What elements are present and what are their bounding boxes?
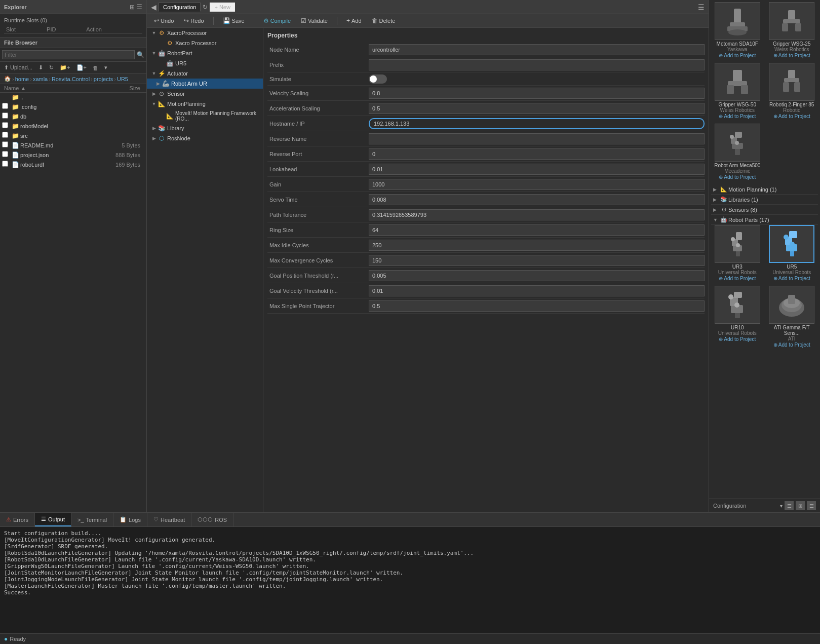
path-tolerance-input[interactable] xyxy=(369,209,705,220)
parent-dir-icon: 📁 xyxy=(10,94,20,101)
tab-ros[interactable]: ⬡⬡⬡ ROS xyxy=(191,513,233,526)
max-convergence-cycles-input[interactable] xyxy=(369,255,705,266)
ati-add-btn[interactable]: ⊕ Add to Project xyxy=(773,342,810,348)
gripper-wsg25-add-btn[interactable]: ⊕ Add to Project xyxy=(773,52,810,59)
dropdown-arrow[interactable]: ▾ xyxy=(780,503,783,509)
node-name-input[interactable] xyxy=(369,44,705,55)
tab-errors[interactable]: ⚠ Errors xyxy=(0,513,35,526)
file-item-config[interactable]: 📁 .config xyxy=(0,102,146,111)
new-file-btn[interactable]: 📄+ xyxy=(74,63,89,72)
tree-item-xacro[interactable]: ▼ ⚙ XacroProcessor xyxy=(147,28,263,38)
file-checkbox[interactable] xyxy=(2,103,8,109)
explorer-icon-1[interactable]: ⊞ xyxy=(130,4,135,11)
simulate-toggle[interactable] xyxy=(369,74,387,84)
category-sensors[interactable]: ▶ ⊙ Sensors (8) xyxy=(711,205,818,215)
gain-input[interactable] xyxy=(369,179,705,190)
tree-item-motionplanning[interactable]: ▼ 📐 MotionPlanning xyxy=(147,99,263,109)
file-item-db[interactable]: 📁 db xyxy=(0,111,146,121)
hostname-ip-input[interactable] xyxy=(369,118,705,129)
config-menu-icon[interactable]: ☰ xyxy=(698,3,705,11)
breadcrumb-xamla[interactable]: xamla xyxy=(33,76,48,82)
gripper-wsg50-add-btn[interactable]: ⊕ Add to Project xyxy=(719,113,756,120)
accel-scaling-input[interactable] xyxy=(369,103,705,114)
view-menu-btn[interactable]: ☰ xyxy=(807,501,816,510)
more-btn[interactable]: ▾ xyxy=(102,63,109,72)
tree-item-actuator[interactable]: ▼ ⚡ Actuator xyxy=(147,68,263,79)
refresh-btn[interactable]: ↻ xyxy=(47,63,56,72)
file-item-robot-urdf[interactable]: 📄 robot.urdf 169 Bytes xyxy=(0,160,146,169)
lookahead-input[interactable] xyxy=(369,164,705,175)
tree-item-xacro-proc[interactable]: ⚙ Xacro Processor xyxy=(147,38,263,48)
breadcrumb-projects[interactable]: projects xyxy=(94,76,113,82)
tree-item-robot-arm-ur[interactable]: ▶ 🦾 Robot Arm UR xyxy=(147,79,263,89)
save-btn[interactable]: 💾 Save xyxy=(220,16,248,25)
validate-btn[interactable]: ☑ Validate xyxy=(298,16,331,25)
category-libraries[interactable]: ▶ 📚 Libraries (1) xyxy=(711,195,818,205)
tree-item-library[interactable]: ▶ 📚 Library xyxy=(147,123,263,133)
robotiq-add-btn[interactable]: ⊕ Add to Project xyxy=(773,113,810,120)
goal-pos-threshold-input[interactable] xyxy=(369,270,705,281)
undo-btn[interactable]: ↩ Undo xyxy=(151,16,177,25)
file-checkbox[interactable] xyxy=(2,112,8,119)
breadcrumb-home[interactable]: home xyxy=(15,76,29,82)
delete-file-btn[interactable]: 🗑 xyxy=(91,64,100,72)
back-icon[interactable]: ◀ xyxy=(151,3,157,11)
ur10-add-btn[interactable]: ⊕ Add to Project xyxy=(719,336,756,343)
category-robot-parts[interactable]: ▼ 🤖 Robot Parts (17) xyxy=(711,215,818,225)
upload-btn[interactable]: ⬆ Upload... xyxy=(2,63,34,72)
redo-btn[interactable]: ↪ Redo xyxy=(181,16,207,25)
toolbar-sep-1 xyxy=(213,17,214,25)
tab-output[interactable]: ☰ Output xyxy=(35,513,71,526)
file-checkbox[interactable] xyxy=(2,122,8,128)
file-item-project-json[interactable]: 📄 project.json 888 Bytes xyxy=(0,150,146,160)
view-list-btn[interactable]: ☰ xyxy=(785,501,794,510)
tab-logs[interactable]: 📋 Logs xyxy=(113,513,147,526)
file-item-robotmodel[interactable]: 📁 robotModel xyxy=(0,121,146,131)
tree-item-rosnode[interactable]: ▶ ⬡ RosNode xyxy=(147,133,263,143)
compile-btn[interactable]: ⚙ Compile xyxy=(260,16,294,25)
motoman-add-btn[interactable]: ⊕ Add to Project xyxy=(719,52,756,59)
col-size-header[interactable]: Size xyxy=(104,85,144,91)
reverse-name-input[interactable] xyxy=(369,133,705,144)
file-checkbox[interactable] xyxy=(2,132,8,138)
add-btn[interactable]: + Add xyxy=(343,16,365,25)
ur3-add-btn[interactable]: ⊕ Add to Project xyxy=(719,275,756,282)
file-item-readme[interactable]: 📄 README.md 5 Bytes xyxy=(0,140,146,150)
refresh-config-icon[interactable]: ↻ xyxy=(203,4,208,11)
tree-item-ur5[interactable]: 🤖 UR5 xyxy=(147,58,263,68)
file-checkbox[interactable] xyxy=(2,151,8,157)
tree-item-robotpart[interactable]: ▼ 🤖 RobotPart xyxy=(147,48,263,58)
config-tab-active[interactable]: Configuration xyxy=(159,3,201,12)
category-motion-planning[interactable]: ▶ 📐 Motion Planning (1) xyxy=(711,184,818,195)
meca500-add-btn[interactable]: ⊕ Add to Project xyxy=(719,174,756,180)
view-grid-btn[interactable]: ⊞ xyxy=(796,501,805,510)
goal-vel-threshold-input[interactable] xyxy=(369,285,705,296)
tab-terminal[interactable]: >_ Terminal xyxy=(71,513,113,526)
search-icon[interactable]: 🔍 xyxy=(137,51,144,58)
new-folder-btn[interactable]: 📁+ xyxy=(58,63,72,72)
max-single-point-input[interactable] xyxy=(369,300,705,312)
breadcrumb-ur5[interactable]: UR5 xyxy=(117,76,128,82)
file-checkbox[interactable] xyxy=(2,141,8,147)
file-item-parent[interactable]: 📁 .. xyxy=(0,93,146,102)
tree-item-sensor[interactable]: ▶ ⊙ Sensor xyxy=(147,89,263,99)
tab-heartbeat[interactable]: ♡ Heartbeat xyxy=(147,513,191,526)
velocity-scaling-input[interactable] xyxy=(369,88,705,99)
breadcrumb-rosvita[interactable]: Rosvita.Control xyxy=(52,76,90,82)
max-idle-cycles-input[interactable] xyxy=(369,240,705,251)
ur5-add-btn[interactable]: ⊕ Add to Project xyxy=(773,275,810,282)
file-checkbox[interactable] xyxy=(2,161,8,167)
servo-time-input[interactable] xyxy=(369,194,705,205)
new-config-btn[interactable]: + New xyxy=(210,3,235,12)
compile-icon: ⚙ xyxy=(263,17,269,24)
ring-size-input[interactable] xyxy=(369,224,705,236)
file-item-src[interactable]: 📁 src xyxy=(0,131,146,140)
delete-btn[interactable]: 🗑 Delete xyxy=(369,16,399,25)
col-name-header[interactable]: Name ▲ xyxy=(2,85,104,91)
filter-input[interactable] xyxy=(2,50,135,59)
prefix-input[interactable] xyxy=(369,59,705,70)
download-btn[interactable]: ⬇ xyxy=(36,63,45,72)
tree-item-moveit[interactable]: 📐 MoveIt! Motion Planning Framework (RO.… xyxy=(147,109,263,123)
explorer-icon-2[interactable]: ☰ xyxy=(137,4,142,11)
reverse-port-input[interactable] xyxy=(369,148,705,160)
